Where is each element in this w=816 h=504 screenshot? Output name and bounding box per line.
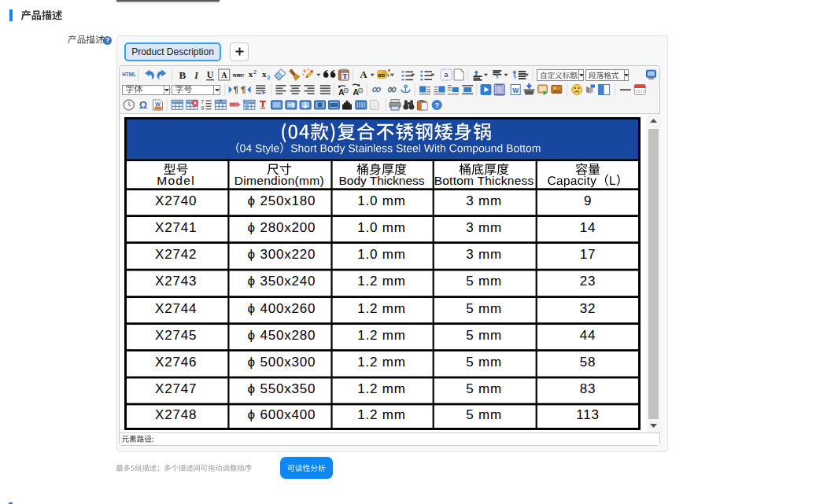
svg-text:?: ? <box>105 36 109 44</box>
